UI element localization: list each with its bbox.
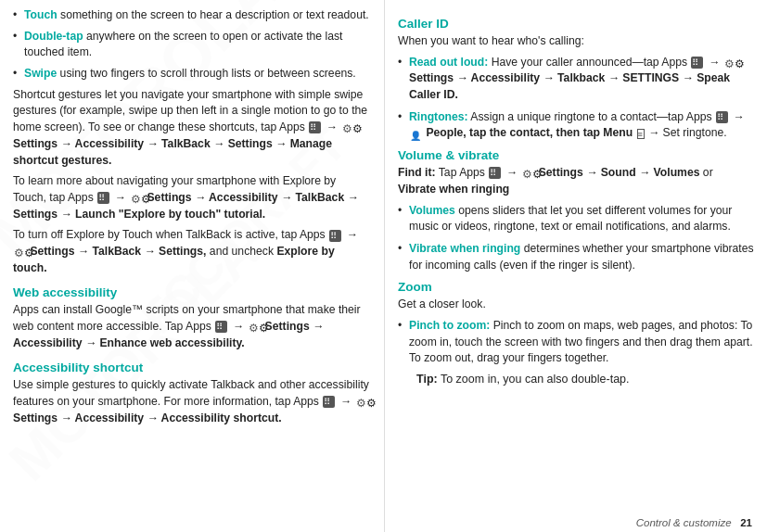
tip-text: To zoom in, you can also double-tap. <box>438 373 630 386</box>
bullet-read-aloud: • Read out loud: Have your caller announ… <box>398 55 754 104</box>
find-it3: Settings → Sound → Volumes <box>539 166 700 179</box>
bullet-ringtones3: → Set ringtone. <box>648 126 727 139</box>
bullet-touch: • Touch something on the screen to hear … <box>13 7 371 24</box>
arrow-ringtones: → <box>733 109 744 126</box>
settings-icon-volume: ⚙ <box>522 167 534 179</box>
volume-vibrate-heading: Volume & vibrate <box>398 148 754 162</box>
bullet-read-text: Have your caller announced—tap Apps <box>488 56 687 69</box>
apps-icon-ringtones <box>716 111 728 123</box>
bullet-ringtones2: People, tap the contact, then tap Menu <box>426 126 633 139</box>
find-it-label: Find it: <box>398 166 436 179</box>
keyword-pinch: Pinch to zoom: <box>409 319 490 332</box>
accessibility-shortcut-heading: Accessibility shortcut <box>13 361 371 374</box>
tip-label: Tip: <box>416 373 438 386</box>
arrow-read: → <box>709 55 720 71</box>
footer: Control & customize 21 <box>636 517 752 528</box>
arrow-web: → <box>233 319 244 336</box>
shortcut-para2: Settings → Accessibility → TalkBack → Se… <box>13 137 332 167</box>
acc-para-text: Use simple gestures to quickly activate … <box>13 378 369 408</box>
caller-id-para: When you want to hear who's calling: <box>398 33 754 50</box>
keyword-doubletap: Double-tap <box>24 30 83 43</box>
explore-para: To learn more about navigating your smar… <box>13 173 371 222</box>
bullet-dot-touch: • <box>13 7 22 24</box>
web-para: Apps can install Google™ scripts on your… <box>13 302 371 351</box>
bullet-dot-pinch: • <box>398 318 407 367</box>
acc-para2: Settings → Accessibility → Accessibility… <box>13 412 282 424</box>
keyword-vibrate: Vibrate when ringing <box>409 242 520 255</box>
bullet-dot-read: • <box>398 55 407 104</box>
bullet-doubletap: • Double-tap anywhere on the screen to o… <box>13 29 371 61</box>
bullet-swipe: • Swipe using two fingers to scroll thro… <box>13 66 371 82</box>
bullet-ringtones-content: Ringtones: Assign a unique ringtone to a… <box>409 109 754 142</box>
bullet-volumes: • Volumes opens sliders that let you set… <box>398 203 754 235</box>
settings-icon-turnoff: ⚙ <box>14 246 26 258</box>
left-column: • Touch something on the screen to hear … <box>0 0 385 532</box>
arrow-volume: → <box>506 165 518 182</box>
page-number: 21 <box>740 517 752 528</box>
footer-text: Control & customize <box>636 517 732 528</box>
apps-icon-explore <box>97 192 109 204</box>
bullet-swipe-content: Swipe using two fingers to scroll throug… <box>24 66 356 82</box>
arrow-explore: → <box>115 190 126 207</box>
right-column: Caller ID When you want to hear who's ca… <box>385 0 767 532</box>
find-it5: Vibrate when ringing <box>398 183 509 196</box>
apps-icon-web <box>215 321 227 333</box>
bullet-volumes-text: opens sliders that let you set different… <box>409 204 732 234</box>
arrow-acc: → <box>340 394 352 411</box>
settings-icon-explore: ⚙ <box>131 192 143 204</box>
settings-icon-read: ⚙ <box>724 57 736 69</box>
turnoff-para2: Settings → TalkBack → Settings, <box>30 245 206 258</box>
arrow-shortcut: → <box>326 120 338 136</box>
bullet-pinch-content: Pinch to zoom: Pinch to zoom on maps, we… <box>409 318 754 367</box>
bullet-vibrate-content: Vibrate when ringing determines whether … <box>409 241 754 273</box>
turnoff-para-text: To turn off Explore by Touch when TalkBa… <box>13 228 326 241</box>
bullet-touch-text: something on the screen to hear a descri… <box>58 8 369 21</box>
find-it-para: Find it: Tap Apps → ⚙ Settings → Sound →… <box>398 165 754 197</box>
bullet-read-content: Read out loud: Have your caller announce… <box>409 55 754 104</box>
bullet-dot-doubletap: • <box>13 29 22 61</box>
bullet-dot-volumes: • <box>398 203 407 235</box>
shortcut-para: Shortcut gestures let you navigate your … <box>13 87 371 169</box>
apps-icon-volume <box>489 167 501 179</box>
settings-icon-web: ⚙ <box>249 321 261 333</box>
apps-icon-turnoff <box>329 230 341 242</box>
bullet-vibrate: • Vibrate when ringing determines whethe… <box>398 241 754 273</box>
turnoff-para3: and uncheck <box>210 245 277 258</box>
people-icon-ringtones <box>410 128 422 140</box>
bullet-volumes-content: Volumes opens sliders that let you set d… <box>409 203 754 235</box>
bullet-dot-vibrate: • <box>398 241 407 273</box>
find-it4: or <box>699 166 712 179</box>
bullet-read2: Settings → Accessibility → Talkback → SE… <box>409 71 730 101</box>
apps-icon-acc <box>323 396 335 408</box>
zoom-para: Get a closer look. <box>398 297 754 313</box>
bullet-pinch: • Pinch to zoom: Pinch to zoom on maps, … <box>398 318 754 367</box>
bullet-doubletap-content: Double-tap anywhere on the screen to ope… <box>24 29 371 61</box>
keyword-volumes: Volumes <box>409 204 455 217</box>
bullet-dot-swipe: • <box>13 66 22 82</box>
zoom-heading: Zoom <box>398 280 754 294</box>
keyword-swipe: Swipe <box>24 67 57 80</box>
keyword-ringtones: Ringtones: <box>409 110 468 123</box>
settings-icon-shortcut: ⚙ <box>342 121 354 133</box>
bullet-dot-ringtones: • <box>398 109 407 142</box>
bullet-touch-content: Touch something on the screen to hear a … <box>24 7 369 24</box>
menu-icon-ringtones <box>637 129 645 139</box>
keyword-read: Read out loud: <box>409 56 488 69</box>
apps-icon-read <box>691 57 703 69</box>
arrow-turnoff: → <box>346 227 357 244</box>
find-it2: Tap Apps <box>436 166 485 179</box>
bullet-ringtones-text: Assign a unique ringtone to a contact—ta… <box>468 110 712 123</box>
tip-area: Tip: To zoom in, you can also double-tap… <box>416 373 754 386</box>
web-accessibility-heading: Web accessibility <box>13 285 371 299</box>
apps-icon-shortcut <box>309 121 321 133</box>
acc-para: Use simple gestures to quickly activate … <box>13 377 371 426</box>
bullet-ringtones: • Ringtones: Assign a unique ringtone to… <box>398 109 754 142</box>
caller-id-heading: Caller ID <box>398 17 754 31</box>
bullet-swipe-text: using two fingers to scroll through list… <box>57 67 355 80</box>
settings-icon-acc: ⚙ <box>356 396 368 408</box>
turnoff-para: To turn off Explore by Touch when TalkBa… <box>13 227 371 276</box>
keyword-touch: Touch <box>24 8 58 21</box>
